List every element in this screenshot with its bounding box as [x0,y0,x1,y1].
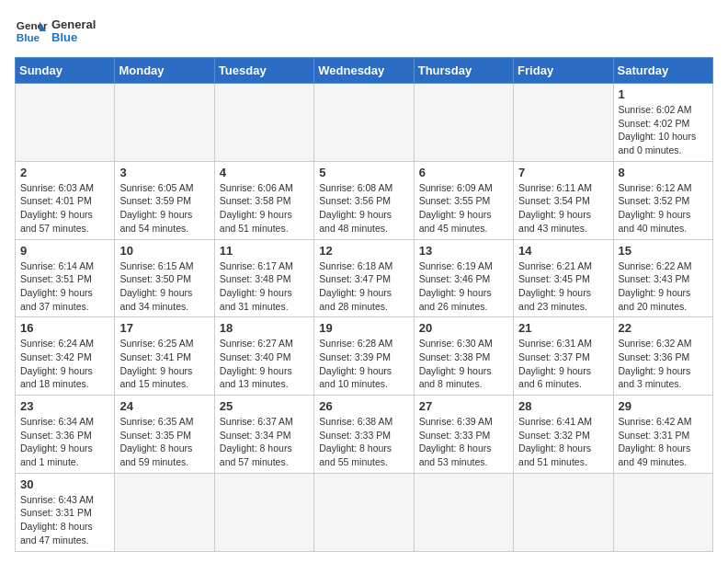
day-info: Sunrise: 6:43 AM Sunset: 3:31 PM Dayligh… [20,493,109,547]
day-of-week-header: Friday [514,58,613,84]
day-number: 26 [319,399,408,413]
day-info: Sunrise: 6:31 AM Sunset: 3:37 PM Dayligh… [518,337,608,391]
day-info: Sunrise: 6:42 AM Sunset: 3:31 PM Dayligh… [619,415,708,469]
calendar-cell [414,84,513,162]
day-number: 16 [20,321,109,335]
logo-general: General [51,18,96,31]
calendar-cell: 27Sunrise: 6:39 AM Sunset: 3:33 PM Dayli… [414,396,513,474]
calendar-cell: 4Sunrise: 6:06 AM Sunset: 3:58 PM Daylig… [214,161,313,239]
calendar-cell [115,473,214,551]
day-number: 21 [518,321,608,335]
day-number: 17 [119,321,209,335]
day-number: 11 [220,244,309,258]
calendar-cell: 9Sunrise: 6:14 AM Sunset: 3:51 PM Daylig… [16,239,115,317]
calendar-cell [514,473,613,551]
day-info: Sunrise: 6:34 AM Sunset: 3:36 PM Dayligh… [20,415,109,469]
day-of-week-header: Tuesday [214,58,313,84]
calendar-cell: 19Sunrise: 6:28 AM Sunset: 3:39 PM Dayli… [314,317,414,396]
day-number: 25 [220,399,309,413]
day-info: Sunrise: 6:38 AM Sunset: 3:33 PM Dayligh… [319,415,408,469]
calendar-cell: 6Sunrise: 6:09 AM Sunset: 3:55 PM Daylig… [414,161,513,239]
calendar-cell [214,84,313,162]
day-info: Sunrise: 6:09 AM Sunset: 3:55 PM Dayligh… [419,181,508,236]
day-info: Sunrise: 6:24 AM Sunset: 3:42 PM Dayligh… [20,337,109,391]
calendar-cell: 18Sunrise: 6:27 AM Sunset: 3:40 PM Dayli… [214,317,313,396]
day-info: Sunrise: 6:30 AM Sunset: 3:38 PM Dayligh… [419,337,508,391]
calendar-cell [16,84,115,162]
day-number: 2 [20,166,109,179]
calendar-cell: 21Sunrise: 6:31 AM Sunset: 3:37 PM Dayli… [514,317,613,396]
calendar-cell [214,473,313,551]
day-info: Sunrise: 6:41 AM Sunset: 3:32 PM Dayligh… [518,415,608,469]
day-info: Sunrise: 6:25 AM Sunset: 3:41 PM Dayligh… [119,337,209,391]
day-number: 20 [419,321,508,335]
day-number: 8 [619,166,708,179]
calendar-cell: 25Sunrise: 6:37 AM Sunset: 3:34 PM Dayli… [214,396,313,474]
day-number: 13 [419,244,508,258]
day-info: Sunrise: 6:21 AM Sunset: 3:45 PM Dayligh… [518,259,608,314]
calendar-cell: 14Sunrise: 6:21 AM Sunset: 3:45 PM Dayli… [514,239,613,317]
header: General Blue General Blue [15,15,713,48]
calendar-cell: 17Sunrise: 6:25 AM Sunset: 3:41 PM Dayli… [115,317,214,396]
day-number: 28 [518,399,608,413]
day-info: Sunrise: 6:14 AM Sunset: 3:51 PM Dayligh… [20,259,109,314]
svg-text:Blue: Blue [17,31,40,43]
day-info: Sunrise: 6:28 AM Sunset: 3:39 PM Dayligh… [319,337,408,391]
day-number: 5 [319,166,408,179]
calendar-cell: 20Sunrise: 6:30 AM Sunset: 3:38 PM Dayli… [414,317,513,396]
calendar-cell: 22Sunrise: 6:32 AM Sunset: 3:36 PM Dayli… [613,317,712,396]
logo-icon: General Blue [15,15,48,48]
calendar-cell: 7Sunrise: 6:11 AM Sunset: 3:54 PM Daylig… [514,161,613,239]
day-number: 3 [119,166,209,179]
day-number: 12 [319,244,408,258]
day-number: 27 [419,399,508,413]
day-info: Sunrise: 6:37 AM Sunset: 3:34 PM Dayligh… [220,415,309,469]
day-number: 30 [20,477,109,491]
day-number: 22 [619,321,708,335]
day-info: Sunrise: 6:03 AM Sunset: 4:01 PM Dayligh… [20,181,109,236]
day-info: Sunrise: 6:02 AM Sunset: 4:02 PM Dayligh… [619,103,708,157]
calendar-header-row: SundayMondayTuesdayWednesdayThursdayFrid… [16,58,713,84]
calendar-cell: 11Sunrise: 6:17 AM Sunset: 3:48 PM Dayli… [214,239,313,317]
logo-blue: Blue [51,31,96,44]
calendar: SundayMondayTuesdayWednesdayThursdayFrid… [15,57,713,552]
day-of-week-header: Monday [115,58,214,84]
day-info: Sunrise: 6:32 AM Sunset: 3:36 PM Dayligh… [619,337,708,391]
day-of-week-header: Saturday [613,58,712,84]
day-number: 19 [319,321,408,335]
day-info: Sunrise: 6:06 AM Sunset: 3:58 PM Dayligh… [220,181,309,236]
day-info: Sunrise: 6:12 AM Sunset: 3:52 PM Dayligh… [619,181,708,236]
day-number: 18 [220,321,309,335]
day-number: 15 [619,244,708,258]
day-of-week-header: Sunday [16,58,115,84]
day-of-week-header: Thursday [414,58,513,84]
calendar-cell: 8Sunrise: 6:12 AM Sunset: 3:52 PM Daylig… [613,161,712,239]
calendar-cell [314,84,414,162]
day-info: Sunrise: 6:22 AM Sunset: 3:43 PM Dayligh… [619,259,708,314]
day-info: Sunrise: 6:17 AM Sunset: 3:48 PM Dayligh… [220,259,309,314]
calendar-cell: 16Sunrise: 6:24 AM Sunset: 3:42 PM Dayli… [16,317,115,396]
day-number: 24 [119,399,209,413]
day-info: Sunrise: 6:05 AM Sunset: 3:59 PM Dayligh… [119,181,209,236]
day-number: 1 [619,87,708,101]
day-number: 6 [419,166,508,179]
day-info: Sunrise: 6:08 AM Sunset: 3:56 PM Dayligh… [319,181,408,236]
calendar-cell: 26Sunrise: 6:38 AM Sunset: 3:33 PM Dayli… [314,396,414,474]
calendar-cell: 5Sunrise: 6:08 AM Sunset: 3:56 PM Daylig… [314,161,414,239]
day-number: 9 [20,244,109,258]
day-info: Sunrise: 6:11 AM Sunset: 3:54 PM Dayligh… [518,181,608,236]
day-info: Sunrise: 6:39 AM Sunset: 3:33 PM Dayligh… [419,415,508,469]
day-info: Sunrise: 6:15 AM Sunset: 3:50 PM Dayligh… [119,259,209,314]
day-number: 14 [518,244,608,258]
logo: General Blue General Blue [15,15,96,48]
calendar-cell: 10Sunrise: 6:15 AM Sunset: 3:50 PM Dayli… [115,239,214,317]
calendar-cell [414,473,513,551]
calendar-cell: 29Sunrise: 6:42 AM Sunset: 3:31 PM Dayli… [613,396,712,474]
day-info: Sunrise: 6:35 AM Sunset: 3:35 PM Dayligh… [119,415,209,469]
day-of-week-header: Wednesday [314,58,414,84]
day-number: 29 [619,399,708,413]
calendar-cell [514,84,613,162]
calendar-cell: 23Sunrise: 6:34 AM Sunset: 3:36 PM Dayli… [16,396,115,474]
calendar-cell: 28Sunrise: 6:41 AM Sunset: 3:32 PM Dayli… [514,396,613,474]
day-info: Sunrise: 6:27 AM Sunset: 3:40 PM Dayligh… [220,337,309,391]
